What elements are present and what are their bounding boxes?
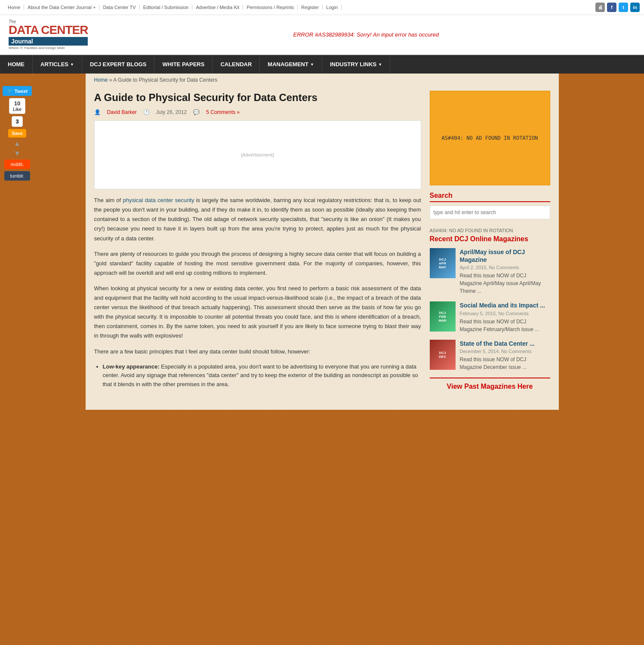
main-nav-white-papers[interactable]: WHITE PAPERS [154, 55, 213, 74]
comment-icon: 💬 [193, 109, 200, 115]
article-comments[interactable]: 5 Comments » [206, 109, 240, 115]
recent-magazines-section: Recent DCJ Online Magazines DCJAPRMAY Ap… [430, 235, 550, 395]
main-nav-industry-links[interactable]: INDUSTRY LINKS ▼ [322, 55, 390, 74]
print-icon[interactable]: 🖨 [595, 3, 605, 12]
nav-advertise[interactable]: Advertise / Media Kit [192, 5, 243, 10]
magazine-item-3: DCJDEC State of the Data Center ... Dece… [430, 340, 550, 371]
article-title: A Guide to Physical Security for Data Ce… [94, 91, 421, 104]
magazine-excerpt-2: Read this issue NOW of DCJ Magazine Febr… [460, 318, 550, 333]
article-paragraph-3: When looking at physical security for a … [94, 284, 421, 341]
nav-tv[interactable]: Data Center TV [99, 5, 139, 10]
view-past-link[interactable]: View Past Magazines Here [430, 378, 550, 395]
error-bar: ERROR #AS382989934: Sorry! An input erro… [96, 31, 635, 38]
social-icons-top: 🖨 f t in [595, 3, 640, 12]
up-arrow-icon[interactable]: ▲ [14, 140, 21, 147]
twitter-icon: 🐦 [7, 88, 13, 94]
nav-home[interactable]: Home [4, 5, 24, 10]
date-icon: 🕐 [143, 109, 150, 115]
site-logo[interactable]: The DATA CENTER Journal Where IT, Facili… [9, 19, 88, 50]
tweet-button[interactable]: 🐦 Tweet [3, 86, 32, 96]
articles-arrow-icon: ▼ [70, 62, 74, 67]
main-nav-articles[interactable]: ARTICLES ▼ [33, 55, 82, 74]
nav-permissions[interactable]: Permissions / Reprints [243, 5, 298, 10]
article-ad-placeholder: [Advertisement] [94, 120, 421, 189]
industry-arrow-icon: ▼ [378, 62, 382, 67]
main-nav-home[interactable]: HOME [0, 55, 33, 74]
magazine-date-1: April 2, 2015, No Comments [460, 265, 550, 270]
logo-main: DATA CENTER [9, 24, 88, 36]
magazine-thumb-2: DCJFEBMAR [430, 301, 456, 332]
article-date: July 26, 2012 [156, 109, 187, 115]
breadcrumb-home[interactable]: Home [94, 77, 108, 83]
main-nav-calendar[interactable]: CALENDAR [213, 55, 260, 74]
social-sidebar: 🐦 Tweet 10 Like 3 Save ▲ ▼ reddit. tumbl… [0, 86, 34, 181]
article-paragraph-2: There are plenty of resources to guide y… [94, 249, 421, 278]
magazine-title-3: State of the Data Center ... [460, 340, 550, 347]
share-count: 3 [12, 116, 22, 127]
magazine-info-2: Social Media and its Impact ... February… [460, 301, 550, 333]
article-meta: 👤 David Barker 🕐 July 26, 2012 💬 5 Comme… [94, 109, 421, 115]
breadcrumb-current: A Guide to Physical Security for Data Ce… [113, 77, 217, 83]
nav-register[interactable]: Register [298, 5, 323, 10]
list-item-1: Low-key appearance: Especially in a popu… [103, 362, 421, 389]
magazine-thumb-1: DCJAPRMAY [430, 248, 456, 278]
breadcrumb: Home » A Guide to Physical Security for … [86, 74, 559, 86]
sidebar-ad-note: AS#404: NO AD FOUND IN ROTATION [430, 226, 550, 235]
magazine-title-2: Social Media and its Impact ... [460, 301, 550, 309]
logo-tagline: Where IT, Facilities and Design Meet [9, 46, 88, 50]
magazine-item-2: DCJFEBMAR Social Media and its Impact ..… [430, 301, 550, 333]
content-layout: A Guide to Physical Security for Data Ce… [86, 86, 559, 410]
article-paragraph-1: The aim of physical data center security… [94, 196, 421, 243]
down-arrow-icon[interactable]: ▼ [14, 150, 21, 157]
search-title: Search [430, 192, 550, 202]
magazine-info-3: State of the Data Center ... December 5,… [460, 340, 550, 371]
magazine-excerpt-1: Read this issue NOW of DCJ Magazine Apri… [460, 272, 550, 295]
sidebar-search-section: Search [430, 192, 550, 219]
nav-about[interactable]: About the Data Center Journal + [24, 5, 99, 10]
sidebar: AS#404: NO AD FOUND IN ROTATION Search A… [430, 91, 550, 401]
magazine-item-1: DCJAPRMAY April/May issue of DCJ Magazin… [430, 248, 550, 295]
save-button[interactable]: Save [8, 129, 26, 138]
article-body: The aim of physical data center security… [94, 196, 421, 389]
magazine-date-2: February 5, 2015, No Comments [460, 311, 550, 316]
like-count: 10 [13, 100, 22, 107]
article-area: A Guide to Physical Security for Data Ce… [94, 91, 421, 401]
nav-editorial[interactable]: Editorial / Submission [140, 5, 193, 10]
logo-journal: Journal [9, 37, 88, 46]
author-icon: 👤 [94, 109, 101, 115]
article-paragraph-4: There are a few basic principles that I … [94, 347, 421, 356]
magazine-thumb-3: DCJDEC [430, 340, 456, 370]
magazine-title-1: April/May issue of DCJ Magazine [460, 248, 550, 264]
sidebar-ad-text: AS#404: NO AD FOUND IN ROTATION [442, 135, 538, 141]
site-header: The DATA CENTER Journal Where IT, Facili… [0, 15, 644, 55]
top-navigation: Home About the Data Center Journal + Dat… [0, 0, 644, 15]
recent-magazines-title: Recent DCJ Online Magazines [430, 235, 550, 243]
reddit-button[interactable]: reddit. [4, 160, 30, 169]
management-arrow-icon: ▼ [310, 62, 314, 67]
tumblr-button[interactable]: tumblr. [4, 171, 30, 181]
main-nav-management[interactable]: MANAGEMENT ▼ [260, 55, 322, 74]
breadcrumb-separator: » [109, 77, 112, 83]
main-nav-expert-blogs[interactable]: DCJ EXPERT BLOGS [82, 55, 154, 74]
like-label: Like [13, 107, 22, 112]
physical-security-link[interactable]: physical data center security [123, 197, 194, 203]
search-input[interactable] [430, 206, 550, 219]
twitter-icon-top[interactable]: t [619, 3, 628, 12]
facebook-like[interactable]: 10 Like [9, 98, 25, 114]
nav-login[interactable]: Login [323, 5, 342, 10]
magazine-info-1: April/May issue of DCJ Magazine April 2,… [460, 248, 550, 295]
list-item-1-strong: Low-key appearance: [103, 363, 160, 370]
error-message: ERROR #AS382989934: Sorry! An input erro… [293, 31, 439, 38]
magazine-excerpt-3: Read this issue NOW of DCJ Magazine Dece… [460, 356, 550, 371]
magazine-date-3: December 5, 2014, No Comments [460, 349, 550, 354]
article-author[interactable]: David Barker [107, 109, 137, 115]
main-wrapper: Home » A Guide to Physical Security for … [86, 74, 559, 410]
facebook-icon[interactable]: f [607, 3, 616, 12]
main-navigation: HOME ARTICLES ▼ DCJ EXPERT BLOGS WHITE P… [0, 55, 644, 74]
article-list: Low-key appearance: Especially in a popu… [103, 362, 421, 389]
linkedin-icon[interactable]: in [630, 3, 640, 12]
sidebar-ad-block: AS#404: NO AD FOUND IN ROTATION [430, 91, 550, 185]
